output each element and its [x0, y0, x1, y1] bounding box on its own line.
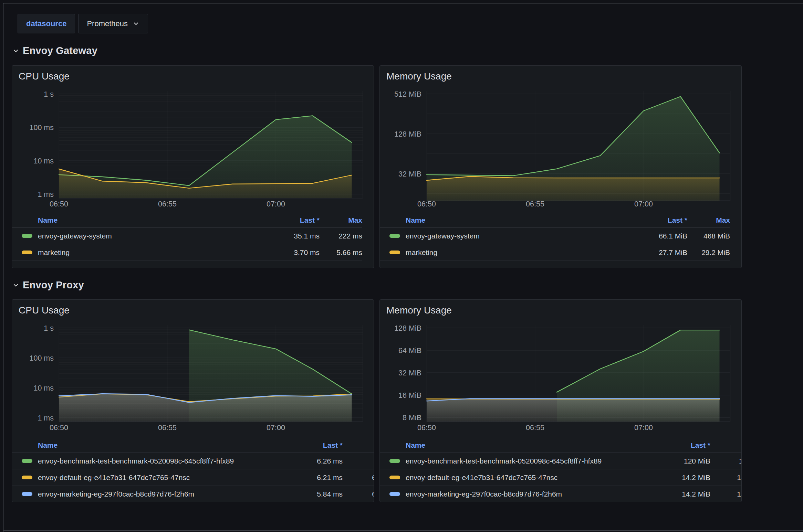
svg-text:06:50: 06:50 — [417, 200, 436, 208]
chevron-down-icon — [12, 282, 19, 289]
series-swatch — [389, 459, 400, 463]
memory-usage-chart[interactable]: 512 MiB128 MiB32 MiB06:5006:5507:00 — [380, 81, 741, 213]
legend-header-row: Name Last * Max — [380, 438, 741, 453]
legend-column-last[interactable]: Last * — [268, 216, 320, 224]
legend-row[interactable]: envoy-gateway-system 35.1 ms 222 ms — [12, 228, 362, 244]
legend-column-name[interactable]: Name — [406, 216, 636, 224]
series-max-value: 14.2 MiB — [710, 474, 742, 482]
svg-text:16 MiB: 16 MiB — [398, 391, 421, 400]
panel-proxy-cpu-usage: CPU Usage 1 s100 ms10 ms1 ms06:5006:5507… — [12, 299, 374, 502]
svg-text:07:00: 07:00 — [267, 200, 285, 208]
legend-column-max[interactable]: Max — [343, 441, 374, 449]
panel-title[interactable]: Memory Usage — [380, 66, 741, 81]
series-max-value: 468 MiB — [687, 232, 730, 240]
dashboard: datasource Prometheus Envoy Gateway CPU … — [3, 3, 803, 532]
series-swatch — [389, 476, 400, 479]
chevron-down-icon — [12, 47, 19, 54]
section-header-envoy-proxy[interactable]: Envoy Proxy — [12, 279, 803, 291]
series-name[interactable]: envoy-default-eg-e41e7b31-647dc7c765-47n… — [406, 474, 659, 482]
legend-row[interactable]: envoy-benchmark-test-benchmark-0520098c-… — [380, 453, 741, 469]
svg-text:06:55: 06:55 — [526, 424, 544, 432]
legend-row[interactable]: envoy-default-eg-e41e7b31-647dc7c765-47n… — [380, 469, 741, 486]
datasource-picker[interactable]: Prometheus — [78, 14, 148, 33]
legend-column-max[interactable]: Max — [687, 216, 730, 224]
legend-column-max[interactable]: Max — [710, 441, 742, 449]
cpu-usage-chart[interactable]: 1 s100 ms10 ms1 ms06:5006:5507:00 — [12, 315, 374, 438]
series-swatch — [22, 476, 32, 479]
legend-header-row: Name Last * Max — [12, 213, 362, 228]
series-last-value: 66.1 MiB — [636, 232, 687, 240]
legend-row[interactable]: marketing 3.70 ms 5.66 ms — [12, 244, 362, 261]
legend-header-row: Name Last * Max — [380, 213, 730, 228]
series-name[interactable]: envoy-benchmark-test-benchmark-0520098c-… — [406, 457, 659, 465]
svg-text:128 MiB: 128 MiB — [394, 324, 421, 332]
cpu-usage-chart[interactable]: 1 s100 ms10 ms1 ms06:5006:5507:00 — [12, 81, 374, 213]
series-last-value: 27.7 MiB — [636, 248, 687, 257]
series-name[interactable]: envoy-gateway-system — [38, 232, 268, 240]
legend-column-name[interactable]: Name — [38, 216, 268, 224]
series-swatch — [22, 459, 32, 463]
legend-column-last[interactable]: Last * — [636, 216, 687, 224]
legend-table: Name Last * Max envoy-benchmark-test-ben… — [12, 438, 374, 502]
svg-text:100 ms: 100 ms — [29, 124, 54, 132]
series-name[interactable]: envoy-default-eg-e41e7b31-647dc7c765-47n… — [38, 474, 291, 482]
svg-text:32 MiB: 32 MiB — [398, 170, 421, 178]
svg-text:06:50: 06:50 — [417, 424, 436, 432]
panel-proxy-memory-usage: Memory Usage 128 MiB64 MiB32 MiB16 MiB8 … — [379, 299, 742, 502]
svg-text:10 ms: 10 ms — [33, 384, 54, 392]
series-last-value: 120 MiB — [659, 457, 710, 465]
svg-text:64 MiB: 64 MiB — [398, 347, 421, 355]
section-title: Envoy Gateway — [23, 45, 97, 56]
legend-row[interactable]: envoy-gateway-system 66.1 MiB 468 MiB — [380, 228, 730, 244]
legend-header-row: Name Last * Max — [12, 438, 374, 453]
series-last-value: 14.2 MiB — [659, 490, 710, 498]
series-swatch — [22, 492, 32, 496]
series-swatch — [389, 234, 400, 238]
svg-text:06:55: 06:55 — [158, 200, 177, 208]
svg-text:06:55: 06:55 — [158, 424, 177, 432]
datasource-variable-label[interactable]: datasource — [18, 14, 75, 33]
legend-row[interactable]: envoy-default-eg-e41e7b31-647dc7c765-47n… — [12, 469, 374, 486]
series-max-value: 222 ms — [320, 232, 362, 240]
panel-title[interactable]: CPU Usage — [12, 66, 374, 81]
series-max-value: 120 MiB — [710, 457, 742, 465]
svg-text:10 ms: 10 ms — [33, 157, 54, 165]
legend-row[interactable]: envoy-marketing-eg-297f0cac-b8cd97d76-f2… — [380, 486, 741, 502]
datasource-picker-value: Prometheus — [87, 19, 128, 28]
legend-table: Name Last * Max envoy-gateway-system 35.… — [12, 213, 374, 261]
section-header-envoy-gateway[interactable]: Envoy Gateway — [12, 45, 803, 56]
series-name[interactable]: envoy-marketing-eg-297f0cac-b8cd97d76-f2… — [406, 490, 659, 498]
series-last-value: 5.84 ms — [291, 490, 343, 498]
legend-row[interactable]: marketing 27.7 MiB 29.2 MiB — [380, 244, 730, 261]
legend-column-max[interactable]: Max — [320, 216, 362, 224]
series-name[interactable]: envoy-marketing-eg-297f0cac-b8cd97d76-f2… — [38, 490, 291, 498]
series-name[interactable]: marketing — [38, 248, 268, 257]
series-name[interactable]: marketing — [406, 248, 636, 257]
legend-column-last[interactable]: Last * — [659, 441, 710, 449]
svg-text:128 MiB: 128 MiB — [394, 130, 421, 138]
panel-title[interactable]: Memory Usage — [380, 300, 741, 315]
svg-text:512 MiB: 512 MiB — [394, 90, 421, 98]
memory-usage-chart[interactable]: 128 MiB64 MiB32 MiB16 MiB8 MiB06:5006:55… — [380, 315, 741, 438]
series-name[interactable]: envoy-benchmark-test-benchmark-0520098c-… — [38, 457, 291, 465]
svg-text:1 ms: 1 ms — [38, 414, 54, 422]
panel-title[interactable]: CPU Usage — [12, 300, 374, 315]
svg-text:07:00: 07:00 — [634, 200, 653, 208]
legend-row[interactable]: envoy-benchmark-test-benchmark-0520098c-… — [12, 453, 374, 469]
svg-text:32 MiB: 32 MiB — [398, 369, 421, 377]
legend-table: Name Last * Max envoy-gateway-system 66.… — [380, 213, 741, 261]
legend-column-name[interactable]: Name — [38, 441, 291, 449]
svg-text:1 s: 1 s — [44, 90, 54, 98]
section-title: Envoy Proxy — [23, 279, 84, 291]
series-max-value: 29.2 MiB — [687, 248, 730, 257]
series-name[interactable]: envoy-gateway-system — [406, 232, 636, 240]
legend-column-last[interactable]: Last * — [291, 441, 343, 449]
series-max-value: 5.66 ms — [320, 248, 362, 257]
legend-table: Name Last * Max envoy-benchmark-test-ben… — [380, 438, 741, 502]
panel-gateway-memory-usage: Memory Usage 512 MiB128 MiB32 MiB06:5006… — [379, 65, 742, 268]
legend-row[interactable]: envoy-marketing-eg-297f0cac-b8cd97d76-f2… — [12, 486, 374, 502]
series-swatch — [22, 251, 32, 254]
series-swatch — [389, 251, 400, 254]
legend-column-name[interactable]: Name — [406, 441, 659, 449]
series-max-value: 14.2 MiB — [710, 490, 742, 498]
